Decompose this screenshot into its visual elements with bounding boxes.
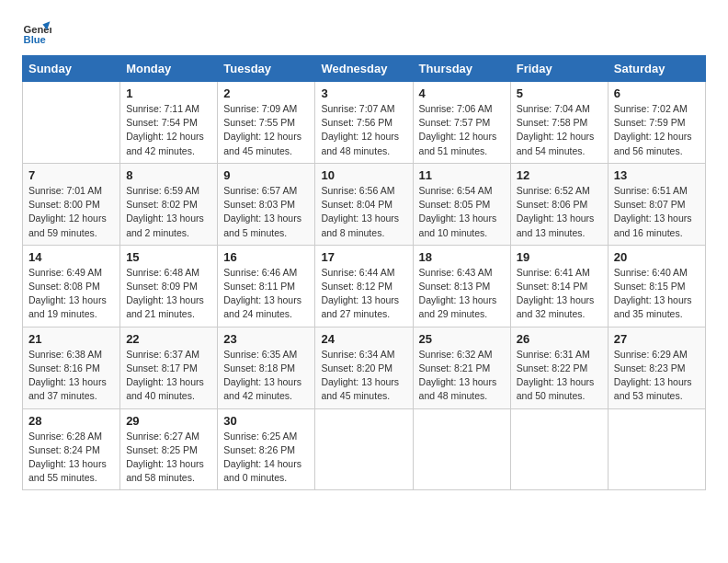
day-info: Sunrise: 6:34 AM Sunset: 8:20 PM Dayligh…: [321, 348, 406, 404]
day-number: 11: [419, 168, 505, 182]
calendar-cell: 15Sunrise: 6:48 AM Sunset: 8:09 PM Dayli…: [120, 245, 218, 327]
day-info: Sunrise: 6:25 AM Sunset: 8:26 PM Dayligh…: [223, 430, 309, 486]
calendar-cell: 19Sunrise: 6:41 AM Sunset: 8:14 PM Dayli…: [510, 245, 608, 327]
day-info: Sunrise: 6:29 AM Sunset: 8:23 PM Dayligh…: [614, 348, 700, 404]
day-number: 24: [321, 332, 406, 346]
calendar-week-row: 28Sunrise: 6:28 AM Sunset: 8:24 PM Dayli…: [23, 408, 706, 490]
day-number: 16: [223, 250, 309, 264]
day-info: Sunrise: 6:59 AM Sunset: 8:02 PM Dayligh…: [126, 184, 211, 240]
calendar-cell: 12Sunrise: 6:52 AM Sunset: 8:06 PM Dayli…: [510, 163, 608, 245]
day-number: 25: [419, 332, 505, 346]
logo-icon: General Blue: [22, 18, 51, 48]
day-info: Sunrise: 7:02 AM Sunset: 7:59 PM Dayligh…: [614, 102, 700, 158]
day-number: 5: [517, 86, 602, 100]
calendar-cell: 2Sunrise: 7:09 AM Sunset: 7:55 PM Daylig…: [218, 82, 315, 164]
calendar-cell: 5Sunrise: 7:04 AM Sunset: 7:58 PM Daylig…: [510, 82, 608, 164]
calendar-cell: 29Sunrise: 6:27 AM Sunset: 8:25 PM Dayli…: [120, 408, 218, 490]
day-info: Sunrise: 6:56 AM Sunset: 8:04 PM Dayligh…: [321, 184, 406, 240]
calendar-cell: 7Sunrise: 7:01 AM Sunset: 8:00 PM Daylig…: [23, 163, 120, 245]
day-info: Sunrise: 6:43 AM Sunset: 8:13 PM Dayligh…: [419, 266, 505, 322]
day-info: Sunrise: 6:28 AM Sunset: 8:24 PM Dayligh…: [28, 430, 114, 486]
weekday-header-row: SundayMondayTuesdayWednesdayThursdayFrid…: [23, 56, 706, 82]
day-info: Sunrise: 6:31 AM Sunset: 8:22 PM Dayligh…: [517, 348, 602, 404]
calendar-cell: 3Sunrise: 7:07 AM Sunset: 7:56 PM Daylig…: [315, 82, 413, 164]
day-info: Sunrise: 6:41 AM Sunset: 8:14 PM Dayligh…: [517, 266, 602, 322]
calendar-cell: 11Sunrise: 6:54 AM Sunset: 8:05 PM Dayli…: [413, 163, 510, 245]
weekday-header-cell: Monday: [120, 56, 218, 82]
day-info: Sunrise: 6:51 AM Sunset: 8:07 PM Dayligh…: [614, 184, 700, 240]
calendar-cell: 20Sunrise: 6:40 AM Sunset: 8:15 PM Dayli…: [608, 245, 705, 327]
calendar-cell: 18Sunrise: 6:43 AM Sunset: 8:13 PM Dayli…: [413, 245, 510, 327]
day-number: 14: [28, 250, 114, 264]
day-number: 26: [517, 332, 602, 346]
day-number: 17: [321, 250, 406, 264]
calendar-cell: [608, 408, 705, 490]
day-info: Sunrise: 7:09 AM Sunset: 7:55 PM Dayligh…: [223, 102, 309, 158]
day-info: Sunrise: 6:44 AM Sunset: 8:12 PM Dayligh…: [321, 266, 406, 322]
logo: General Blue: [22, 18, 51, 48]
calendar-cell: 26Sunrise: 6:31 AM Sunset: 8:22 PM Dayli…: [510, 327, 608, 408]
day-number: 22: [126, 332, 211, 346]
header: General Blue: [22, 18, 706, 48]
day-number: 9: [223, 168, 309, 182]
day-number: 4: [419, 86, 505, 100]
day-number: 2: [223, 86, 309, 100]
calendar-cell: 10Sunrise: 6:56 AM Sunset: 8:04 PM Dayli…: [315, 163, 413, 245]
day-number: 29: [126, 414, 211, 428]
day-info: Sunrise: 6:37 AM Sunset: 8:17 PM Dayligh…: [126, 348, 211, 404]
day-info: Sunrise: 7:04 AM Sunset: 7:58 PM Dayligh…: [517, 102, 602, 158]
day-number: 21: [28, 332, 114, 346]
calendar-cell: [413, 408, 510, 490]
calendar-table: SundayMondayTuesdayWednesdayThursdayFrid…: [22, 55, 706, 490]
day-number: 20: [614, 250, 700, 264]
weekday-header-cell: Friday: [510, 56, 608, 82]
day-number: 13: [614, 168, 700, 182]
day-number: 7: [28, 168, 114, 182]
day-info: Sunrise: 7:06 AM Sunset: 7:57 PM Dayligh…: [419, 102, 505, 158]
calendar-cell: 9Sunrise: 6:57 AM Sunset: 8:03 PM Daylig…: [218, 163, 315, 245]
day-number: 18: [419, 250, 505, 264]
weekday-header-cell: Tuesday: [218, 56, 315, 82]
calendar-cell: 28Sunrise: 6:28 AM Sunset: 8:24 PM Dayli…: [23, 408, 120, 490]
day-number: 6: [614, 86, 700, 100]
calendar-body: 1Sunrise: 7:11 AM Sunset: 7:54 PM Daylig…: [23, 82, 706, 490]
day-info: Sunrise: 6:40 AM Sunset: 8:15 PM Dayligh…: [614, 266, 700, 322]
day-number: 30: [223, 414, 309, 428]
calendar-cell: 1Sunrise: 7:11 AM Sunset: 7:54 PM Daylig…: [120, 82, 218, 164]
calendar-cell: 4Sunrise: 7:06 AM Sunset: 7:57 PM Daylig…: [413, 82, 510, 164]
day-info: Sunrise: 6:48 AM Sunset: 8:09 PM Dayligh…: [126, 266, 211, 322]
day-info: Sunrise: 7:07 AM Sunset: 7:56 PM Dayligh…: [321, 102, 406, 158]
day-info: Sunrise: 6:27 AM Sunset: 8:25 PM Dayligh…: [126, 430, 211, 486]
weekday-header-cell: Thursday: [413, 56, 510, 82]
calendar-cell: 22Sunrise: 6:37 AM Sunset: 8:17 PM Dayli…: [120, 327, 218, 408]
day-info: Sunrise: 6:38 AM Sunset: 8:16 PM Dayligh…: [28, 348, 114, 404]
day-number: 23: [223, 332, 309, 346]
day-number: 10: [321, 168, 406, 182]
weekday-header-cell: Saturday: [608, 56, 705, 82]
day-info: Sunrise: 6:35 AM Sunset: 8:18 PM Dayligh…: [223, 348, 309, 404]
day-number: 27: [614, 332, 700, 346]
day-number: 1: [126, 86, 211, 100]
day-number: 19: [517, 250, 602, 264]
day-info: Sunrise: 6:57 AM Sunset: 8:03 PM Dayligh…: [223, 184, 309, 240]
calendar-cell: 6Sunrise: 7:02 AM Sunset: 7:59 PM Daylig…: [608, 82, 705, 164]
calendar-cell: 30Sunrise: 6:25 AM Sunset: 8:26 PM Dayli…: [218, 408, 315, 490]
calendar-cell: 25Sunrise: 6:32 AM Sunset: 8:21 PM Dayli…: [413, 327, 510, 408]
calendar-cell: [23, 82, 120, 164]
calendar-cell: 23Sunrise: 6:35 AM Sunset: 8:18 PM Dayli…: [218, 327, 315, 408]
day-info: Sunrise: 6:32 AM Sunset: 8:21 PM Dayligh…: [419, 348, 505, 404]
calendar-cell: 8Sunrise: 6:59 AM Sunset: 8:02 PM Daylig…: [120, 163, 218, 245]
calendar-week-row: 21Sunrise: 6:38 AM Sunset: 8:16 PM Dayli…: [23, 327, 706, 408]
day-number: 3: [321, 86, 406, 100]
day-info: Sunrise: 7:11 AM Sunset: 7:54 PM Dayligh…: [126, 102, 211, 158]
calendar-week-row: 14Sunrise: 6:49 AM Sunset: 8:08 PM Dayli…: [23, 245, 706, 327]
calendar-cell: 21Sunrise: 6:38 AM Sunset: 8:16 PM Dayli…: [23, 327, 120, 408]
svg-text:Blue: Blue: [24, 34, 46, 45]
calendar-cell: 27Sunrise: 6:29 AM Sunset: 8:23 PM Dayli…: [608, 327, 705, 408]
calendar-cell: 14Sunrise: 6:49 AM Sunset: 8:08 PM Dayli…: [23, 245, 120, 327]
day-number: 8: [126, 168, 211, 182]
calendar-cell: 13Sunrise: 6:51 AM Sunset: 8:07 PM Dayli…: [608, 163, 705, 245]
calendar-week-row: 1Sunrise: 7:11 AM Sunset: 7:54 PM Daylig…: [23, 82, 706, 164]
day-info: Sunrise: 6:49 AM Sunset: 8:08 PM Dayligh…: [28, 266, 114, 322]
calendar-cell: 17Sunrise: 6:44 AM Sunset: 8:12 PM Dayli…: [315, 245, 413, 327]
